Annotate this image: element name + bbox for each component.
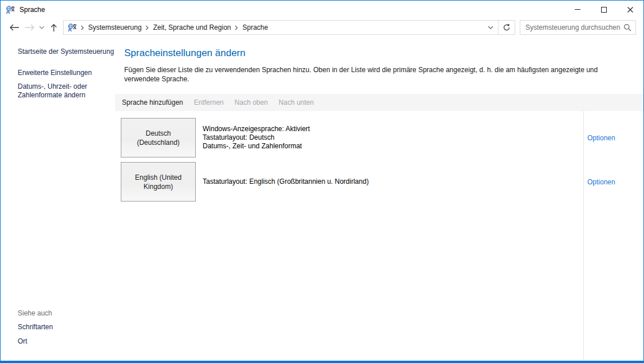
add-language-button[interactable]: Sprache hinzufügen (122, 98, 183, 106)
window-title: Sprache (19, 6, 45, 14)
detail-line: Tastaturlayout: Deutsch (203, 133, 310, 142)
chevron-down-icon (39, 26, 45, 29)
detail-line: Windows-Anzeigesprache: Aktiviert (203, 125, 310, 133)
refresh-button[interactable] (499, 21, 515, 34)
options-link-deutsch[interactable]: Optionen (587, 134, 615, 142)
sidebar-item-advanced-settings[interactable]: Erweiterte Einstellungen (18, 69, 105, 77)
language-list: Deutsch (Deutschland) Windows-Anzeigespr… (115, 111, 643, 361)
address-bar[interactable]: A Systemsteuerung Zeit, Sprache und Regi… (63, 20, 515, 35)
breadcrumb-chevron-icon[interactable] (144, 25, 151, 30)
language-tile-english[interactable]: English (United Kingdom) (121, 162, 196, 202)
recent-locations-dropdown[interactable] (37, 19, 46, 35)
back-button[interactable] (6, 19, 22, 35)
refresh-icon (503, 23, 511, 31)
options-link-english[interactable]: Optionen (587, 178, 615, 186)
forward-button[interactable] (22, 19, 37, 35)
see-also-section: Siehe auch Schriftarten Ort (18, 309, 53, 352)
breadcrumb-item-sprache[interactable]: Sprache (240, 23, 270, 31)
language-tile-deutsch[interactable]: Deutsch (Deutschland) (121, 118, 196, 157)
move-up-button[interactable]: Nach oben (235, 98, 268, 106)
maximize-icon (601, 7, 607, 13)
remove-button[interactable]: Entfernen (194, 98, 224, 106)
up-button[interactable] (46, 19, 61, 35)
window-body: Startseite der Systemsteuerung Erweitert… (1, 37, 643, 361)
breadcrumb-item-systemsteuerung[interactable]: Systemsteuerung (86, 23, 144, 31)
svg-text:A: A (68, 26, 72, 32)
maximize-button[interactable] (591, 1, 617, 18)
language-toolbar: Sprache hinzufügen Entfernen Nach oben N… (115, 94, 643, 111)
main-content: Spracheinstellungen ändern Fügen Sie die… (115, 37, 643, 361)
detail-line: Datums-, Zeit- und Zahlenformat (203, 142, 310, 151)
window-controls (564, 1, 643, 18)
language-icon: A (68, 23, 77, 32)
search-icon (623, 23, 631, 31)
breadcrumb-chevron-icon[interactable] (79, 25, 86, 30)
language-row-deutsch: Deutsch (Deutschland) Windows-Anzeigespr… (121, 118, 643, 157)
language-details: Tastaturlayout: Englisch (Großbritannien… (203, 177, 369, 186)
sidebar-item-change-formats[interactable]: Datums-, Uhrzeit- oder Zahlenformate änd… (18, 82, 105, 100)
navigation-bar: A Systemsteuerung Zeit, Sprache und Regi… (1, 18, 643, 37)
move-down-button[interactable]: Nach unten (279, 98, 314, 106)
svg-text:A: A (6, 9, 10, 14)
search-box (520, 20, 636, 35)
sidebar-item-fonts[interactable]: Schriftarten (18, 323, 53, 332)
address-dropdown-button[interactable] (483, 21, 498, 34)
close-icon (627, 7, 633, 13)
search-input[interactable] (526, 23, 623, 31)
forward-arrow-icon (25, 24, 35, 31)
chevron-down-icon (488, 26, 493, 29)
back-arrow-icon (9, 24, 19, 31)
sidebar-item-control-panel-home[interactable]: Startseite der Systemsteuerung (18, 48, 115, 56)
detail-line: Tastaturlayout: Englisch (Großbritannien… (203, 177, 369, 186)
up-arrow-icon (50, 23, 57, 32)
language-row-english: English (United Kingdom) Tastaturlayout:… (121, 162, 643, 202)
sidebar: Startseite der Systemsteuerung Erweitert… (1, 37, 115, 361)
breadcrumb-item-zeit-sprache-region[interactable]: Zeit, Sprache und Region (151, 23, 233, 31)
breadcrumb-chevron-icon[interactable] (233, 25, 240, 30)
language-details: Windows-Anzeigesprache: Aktiviert Tastat… (203, 125, 310, 151)
control-panel-window: A Sprache (0, 0, 644, 363)
sidebar-item-location[interactable]: Ort (18, 337, 53, 346)
minimize-button[interactable] (564, 1, 591, 18)
see-also-header: Siehe auch (18, 309, 53, 317)
language-icon: A (6, 5, 15, 14)
page-description: Fügen Sie dieser Liste die zu verwendend… (124, 65, 634, 84)
page-title: Spracheinstellungen ändern (124, 48, 634, 59)
minimize-icon (575, 9, 580, 10)
title-bar: A Sprache (1, 1, 643, 18)
close-button[interactable] (617, 1, 643, 18)
